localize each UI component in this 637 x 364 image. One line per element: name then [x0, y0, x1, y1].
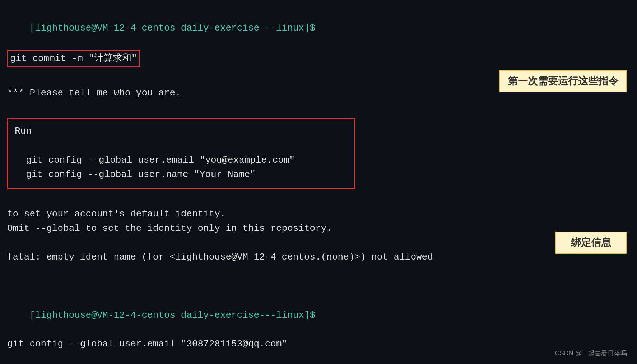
blank-6: [7, 279, 630, 293]
git-config-email-example: git config --global user.email "you@exam…: [15, 153, 348, 167]
prompt-text-2: [lighthouse@VM-12-4-centos daily-exercis…: [29, 310, 315, 321]
terminal-line-prompt2: [lighthouse@VM-12-4-centos daily-exercis…: [7, 293, 630, 337]
to-set-line: to set your account's default identity.: [7, 207, 630, 221]
terminal-window: [lighthouse@VM-12-4-centos daily-exercis…: [0, 0, 637, 364]
blank-2: [7, 101, 630, 115]
run-label: Run: [15, 124, 348, 138]
fatal-line: fatal: empty ident name (for <lighthouse…: [7, 250, 630, 264]
prompt-text: [lighthouse@VM-12-4-centos daily-exercis…: [29, 23, 315, 33]
git-config-email-actual: git config --global user.email "30872811…: [7, 337, 630, 351]
blank-section: [15, 138, 348, 153]
git-commit-cmd: git commit -m "计算求和": [10, 53, 137, 64]
run-section-box: Run git config --global user.email "you@…: [7, 118, 355, 189]
blank-7: [7, 351, 630, 364]
watermark: CSDN @一起去看日落吗: [555, 349, 627, 358]
git-commit-boxed-wrapper: git commit -m "计算求和": [7, 50, 630, 69]
omit-global-line: Omit --global to set the identity only i…: [7, 221, 630, 235]
annotation-first-run: 第一次需要运行这些指令: [499, 70, 627, 92]
git-commit-box: git commit -m "计算求和": [7, 50, 140, 67]
annotation-bind-info: 绑定信息: [555, 232, 627, 254]
git-config-name-example: git config --global user.name "Your Name…: [15, 167, 348, 182]
blank-5: [7, 265, 630, 279]
terminal-line-1: [lighthouse@VM-12-4-centos daily-exercis…: [7, 6, 630, 50]
blank-3: [7, 192, 630, 206]
blank-4: [7, 235, 630, 250]
